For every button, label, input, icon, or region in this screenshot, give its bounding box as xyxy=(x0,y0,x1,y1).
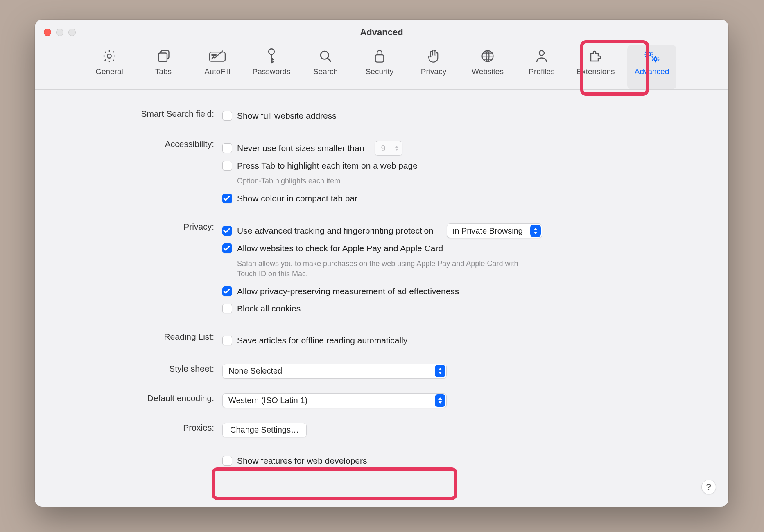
checkbox-label: Show features for web developers xyxy=(237,456,367,466)
tab-advanced[interactable]: Advanced xyxy=(627,45,676,89)
select-value: 9 xyxy=(381,144,391,153)
select-value: None Selected xyxy=(228,366,288,376)
change-proxy-settings-button[interactable]: Change Settings… xyxy=(222,423,307,437)
encoding-select[interactable]: Western (ISO Latin 1) xyxy=(222,393,447,408)
tab-label: Extensions xyxy=(577,67,615,76)
checkbox-min-font-size[interactable] xyxy=(222,143,232,153)
key-icon xyxy=(265,47,278,65)
advanced-pane: Smart Search field: Show full website ad… xyxy=(35,97,728,507)
chevron-updown-icon xyxy=(435,365,445,377)
globe-icon xyxy=(480,47,495,65)
tab-label: Passwords xyxy=(253,67,291,76)
tab-label: Websites xyxy=(472,67,504,76)
preferences-toolbar: General Tabs AutoFill Passwords xyxy=(35,45,728,90)
tracking-mode-select[interactable]: in Private Browsing xyxy=(447,223,542,238)
svg-point-6 xyxy=(269,49,274,54)
hint-option-tab: Option-Tab highlights each item. xyxy=(222,174,524,190)
tab-label: Tabs xyxy=(155,67,172,76)
gear-icon xyxy=(102,47,117,65)
tab-label: AutoFill xyxy=(204,67,230,76)
min-font-size-select[interactable]: 9 xyxy=(375,141,402,156)
svg-point-4 xyxy=(213,54,214,55)
tab-profiles[interactable]: Profiles xyxy=(519,45,564,89)
checkbox-label: Show full website address xyxy=(237,111,337,121)
tab-search[interactable]: Search xyxy=(303,45,348,89)
tab-tabs[interactable]: Tabs xyxy=(141,45,186,89)
checkbox-label: Use advanced tracking and fingerprinting… xyxy=(237,226,434,236)
svg-rect-1 xyxy=(158,53,167,62)
help-label: ? xyxy=(706,482,711,492)
section-label-accessibility: Accessibility: xyxy=(35,124,215,207)
chevron-updown-icon xyxy=(530,225,541,237)
tab-label: General xyxy=(95,67,123,76)
window-title: Advanced xyxy=(35,27,728,38)
tab-label: Profiles xyxy=(529,67,554,76)
checkbox-label: Allow privacy-preserving measurement of … xyxy=(237,286,459,296)
section-label-developer-empty xyxy=(35,437,215,486)
person-icon xyxy=(535,47,549,65)
search-icon xyxy=(318,47,333,65)
checkbox-show-developer-features[interactable] xyxy=(222,456,232,466)
preferences-window: Advanced General Tabs AutoFill xyxy=(35,20,728,507)
select-value: Western (ISO Latin 1) xyxy=(228,396,313,405)
tab-extensions[interactable]: Extensions xyxy=(573,45,618,89)
tab-label: Advanced xyxy=(635,67,669,76)
pencil-box-icon xyxy=(209,47,226,65)
select-value: in Private Browsing xyxy=(453,226,529,236)
tab-general[interactable]: General xyxy=(87,45,132,89)
checkbox-block-cookies[interactable] xyxy=(222,304,232,313)
tab-label: Search xyxy=(313,67,338,76)
svg-point-5 xyxy=(215,54,216,55)
tabs-icon xyxy=(156,47,171,65)
checkbox-label: Never use font sizes smaller than xyxy=(237,143,364,153)
section-label-smart-search: Smart Search field: xyxy=(35,97,215,124)
button-label: Change Settings… xyxy=(230,425,299,435)
checkbox-apple-pay[interactable] xyxy=(222,243,232,253)
style-sheet-select[interactable]: None Selected xyxy=(222,364,447,379)
hand-icon xyxy=(427,47,441,65)
svg-point-0 xyxy=(107,54,111,58)
gears-icon xyxy=(643,47,661,65)
section-label-encoding: Default encoding: xyxy=(35,379,215,408)
svg-point-11 xyxy=(539,51,544,56)
checkbox-label: Allow websites to check for Apple Pay an… xyxy=(237,243,443,253)
checkbox-save-offline[interactable] xyxy=(222,336,232,345)
tab-passwords[interactable]: Passwords xyxy=(249,45,294,89)
lock-icon xyxy=(373,47,386,65)
svg-rect-9 xyxy=(375,55,384,62)
checkbox-label: Save articles for offline reading automa… xyxy=(237,336,407,345)
tab-websites[interactable]: Websites xyxy=(465,45,510,89)
section-label-reading-list: Reading List: xyxy=(35,317,215,349)
tab-privacy[interactable]: Privacy xyxy=(411,45,456,89)
section-label-privacy: Privacy: xyxy=(35,207,215,317)
tab-autofill[interactable]: AutoFill xyxy=(195,45,240,89)
svg-point-3 xyxy=(212,54,212,55)
hint-apple-pay: Safari allows you to make purchases on t… xyxy=(222,257,524,283)
svg-point-12 xyxy=(647,52,651,56)
chevron-updown-icon xyxy=(392,142,401,154)
svg-rect-2 xyxy=(210,52,225,61)
tab-label: Privacy xyxy=(421,67,446,76)
help-button[interactable]: ? xyxy=(701,480,716,494)
tab-security[interactable]: Security xyxy=(357,45,402,89)
section-label-style-sheet: Style sheet: xyxy=(35,349,215,379)
checkbox-show-full-url[interactable] xyxy=(222,111,232,121)
svg-point-7 xyxy=(321,51,329,59)
checkbox-compact-tab-color[interactable] xyxy=(222,194,232,203)
tab-label: Security xyxy=(366,67,394,76)
checkbox-label: Press Tab to highlight each item on a we… xyxy=(237,161,418,171)
chevron-updown-icon xyxy=(435,394,445,407)
checkbox-press-tab[interactable] xyxy=(222,161,232,171)
puzzle-icon xyxy=(588,47,603,65)
checkbox-tracking-protection[interactable] xyxy=(222,226,232,236)
svg-point-13 xyxy=(654,58,657,61)
svg-line-8 xyxy=(328,58,331,61)
checkbox-label: Block all cookies xyxy=(237,304,301,313)
section-label-proxies: Proxies: xyxy=(35,408,215,437)
checkbox-ad-measurement[interactable] xyxy=(222,286,232,296)
checkbox-label: Show colour in compact tab bar xyxy=(237,194,357,203)
